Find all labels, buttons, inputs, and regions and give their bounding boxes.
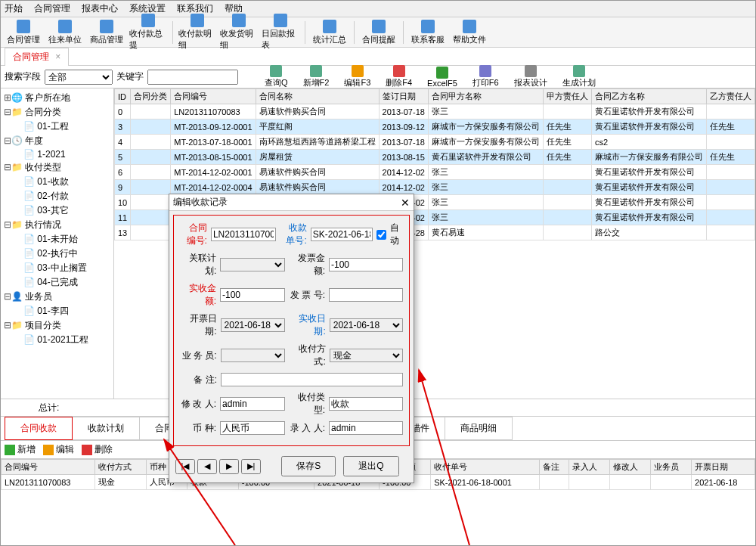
- col-header[interactable]: 合同编号: [2, 460, 95, 475]
- menu-item[interactable]: 合同管理: [34, 2, 70, 15]
- col-header[interactable]: 录入人: [569, 460, 610, 475]
- col-header[interactable]: 业务员: [651, 460, 692, 475]
- expand-icon[interactable]: ⊟: [3, 320, 11, 330]
- toolbar-btn[interactable]: 收付款明细: [178, 14, 216, 51]
- detail-tab[interactable]: 收款计划: [72, 417, 140, 440]
- action-btn[interactable]: 报表设计: [514, 65, 547, 88]
- tree-node[interactable]: ⊟📁 执行情况: [3, 218, 111, 232]
- detail-tab[interactable]: 商品明细: [445, 417, 513, 440]
- nav-first[interactable]: |◀: [175, 459, 195, 474]
- expand-icon[interactable]: [15, 149, 23, 160]
- paid-amt-input[interactable]: [220, 288, 285, 302]
- modifier-input[interactable]: [220, 397, 285, 411]
- expand-icon[interactable]: [15, 277, 23, 287]
- expand-icon[interactable]: [15, 262, 23, 273]
- type-input[interactable]: [329, 397, 403, 411]
- close-icon[interactable]: ×: [55, 51, 60, 62]
- table-row[interactable]: 5MT-2013-08-15-0001房屋租赁2013-08-15黄石里诺软件开…: [115, 150, 756, 165]
- tree-node[interactable]: ⊞🌐 客户所在地: [3, 91, 111, 105]
- toolbar-btn[interactable]: 商品管理: [88, 20, 125, 45]
- col-header[interactable]: 修改人: [610, 460, 651, 475]
- action-btn[interactable]: 生成计划: [562, 65, 596, 88]
- detail-tab[interactable]: 合同收款: [5, 417, 73, 440]
- action-btn[interactable]: 打印F6: [472, 65, 499, 88]
- save-button[interactable]: 保存S: [281, 456, 336, 476]
- nav-last[interactable]: ▶|: [241, 459, 261, 474]
- tree-node[interactable]: 📄 01-收款: [3, 175, 111, 189]
- col-header[interactable]: ID: [115, 89, 131, 104]
- col-header[interactable]: 备注: [539, 460, 569, 475]
- table-row[interactable]: 3MT-2013-09-12-0001平度红阁2013-09-12麻城市一方保安…: [115, 119, 756, 135]
- menu-item[interactable]: 开始: [5, 2, 23, 15]
- nav-next[interactable]: ▶: [219, 459, 239, 474]
- edit-button[interactable]: 编辑: [43, 443, 74, 456]
- col-header[interactable]: 甲方责任人: [543, 89, 591, 104]
- add-button[interactable]: 新增: [5, 443, 36, 456]
- invoice-date-picker[interactable]: 2021-06-18: [221, 318, 286, 332]
- receipt-no-input[interactable]: [311, 228, 373, 241]
- tree-node[interactable]: 📄 1-2021: [3, 148, 111, 160]
- col-header[interactable]: 收付: [754, 89, 755, 104]
- expand-icon[interactable]: [15, 191, 23, 201]
- remark-input[interactable]: [221, 373, 403, 386]
- invoice-no-input[interactable]: [329, 288, 403, 302]
- col-header[interactable]: 乙方责任人: [706, 89, 754, 104]
- expand-icon[interactable]: ⊞: [3, 92, 11, 103]
- tree-node[interactable]: ⊟📁 收付类型: [3, 160, 111, 175]
- expand-icon[interactable]: ⊟: [3, 291, 11, 302]
- plan-select[interactable]: [220, 258, 284, 271]
- entry-input[interactable]: [329, 421, 403, 435]
- expand-icon[interactable]: [15, 176, 23, 187]
- staff-select[interactable]: [221, 349, 286, 362]
- method-select[interactable]: 现金: [330, 349, 403, 362]
- toolbar-btn[interactable]: 帮助文件: [451, 20, 488, 45]
- tree-node[interactable]: 📄 02-执行中: [3, 247, 111, 261]
- tree-node[interactable]: 📄 02-付款: [3, 189, 111, 203]
- toolbar-btn[interactable]: 合同提醒: [360, 20, 398, 45]
- paid-date-picker[interactable]: 2021-06-18: [330, 318, 403, 332]
- toolbar-btn[interactable]: 收付款总提: [129, 14, 167, 51]
- toolbar-btn[interactable]: 收发货明细: [220, 14, 258, 51]
- toolbar-btn[interactable]: 往来单位: [46, 20, 84, 45]
- expand-icon[interactable]: [15, 306, 23, 316]
- table-row[interactable]: 6MT-2014-12-02-0001易速软件购买合同2014-12-02张三黄…: [115, 165, 756, 180]
- action-btn[interactable]: 删除F4: [386, 65, 412, 88]
- expand-icon[interactable]: ⊟: [3, 107, 11, 117]
- col-header[interactable]: 合同分类: [131, 89, 171, 104]
- tree-node[interactable]: ⊟📁 合同分类: [3, 105, 111, 119]
- menu-item[interactable]: 报表中心: [82, 2, 118, 15]
- currency-input[interactable]: [220, 421, 285, 435]
- action-btn[interactable]: 新增F2: [303, 65, 330, 88]
- expand-icon[interactable]: ⊟: [3, 162, 11, 172]
- col-header[interactable]: 合同甲方名称: [428, 89, 543, 104]
- expand-icon[interactable]: ⊟: [3, 135, 11, 146]
- close-icon[interactable]: ✕: [401, 197, 410, 209]
- action-btn[interactable]: ExcelF5: [427, 67, 457, 88]
- dialog-titlebar[interactable]: 编辑收款记录 ✕: [169, 194, 414, 211]
- tree-node[interactable]: ⊟📁 项目分类: [3, 318, 111, 333]
- nav-prev[interactable]: ◀: [197, 459, 217, 474]
- tab-contract-mgmt[interactable]: 合同管理 ×: [5, 48, 69, 66]
- keyword-input[interactable]: [147, 70, 238, 85]
- invoice-amt-input[interactable]: [329, 258, 403, 271]
- expand-icon[interactable]: ⊟: [3, 219, 11, 230]
- toolbar-btn[interactable]: 合同管理: [5, 20, 42, 45]
- expand-icon[interactable]: [15, 248, 23, 259]
- search-field-select[interactable]: 全部: [45, 70, 113, 85]
- col-header[interactable]: 合同编号: [171, 89, 256, 104]
- col-header[interactable]: 签订日期: [379, 89, 428, 104]
- table-row[interactable]: 9MT-2014-12-02-0004易速软件购买合同2014-12-02张三黄…: [115, 180, 756, 195]
- table-row[interactable]: 0LN201311070083易速软件购买合同2013-07-18张三黄石里诺软…: [115, 104, 756, 119]
- tree-node[interactable]: ⊟👤 业务员: [3, 290, 111, 304]
- tree-node[interactable]: 📄 01-2021工程: [3, 333, 111, 347]
- tree-node[interactable]: ⊟🕓 年度: [3, 134, 111, 148]
- col-header[interactable]: 合同乙方名称: [591, 89, 706, 104]
- expand-icon[interactable]: [15, 234, 23, 244]
- tree-node[interactable]: 📄 04-已完成: [3, 275, 111, 290]
- tree-node[interactable]: 📄 01-未开始: [3, 232, 111, 247]
- col-header[interactable]: 合同名称: [256, 89, 379, 104]
- action-btn[interactable]: 查询Q: [265, 65, 288, 88]
- action-btn[interactable]: 编辑F3: [344, 65, 370, 88]
- col-header[interactable]: 开票日期: [692, 460, 755, 475]
- tree-node[interactable]: 📄 01-李四: [3, 304, 111, 318]
